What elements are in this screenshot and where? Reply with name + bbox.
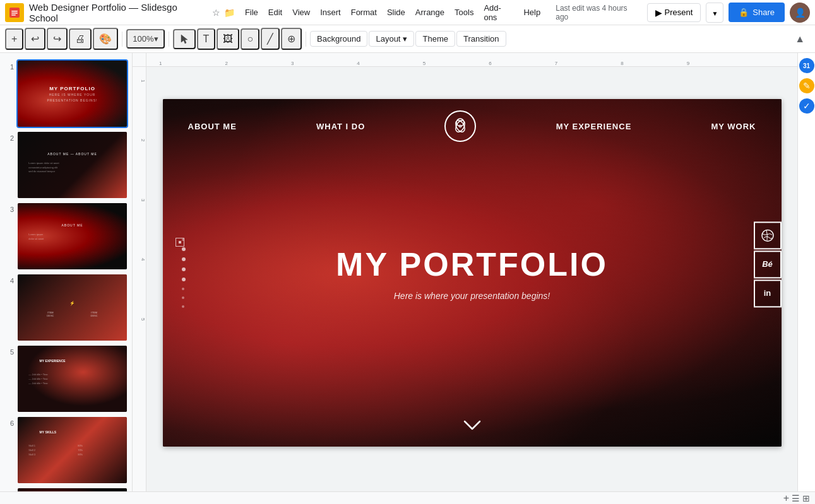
main-area: 1 MY PORTFOLIOHere is where your present… bbox=[0, 53, 815, 491]
svg-point-9 bbox=[762, 230, 773, 241]
bottom-bar: + ☰ ⊞ bbox=[0, 491, 815, 504]
toolbar-paint[interactable]: 🎨 bbox=[93, 28, 118, 50]
toolbar-add-more[interactable]: ⊕ bbox=[281, 28, 302, 50]
toolbar-shape[interactable]: ○ bbox=[241, 28, 259, 50]
slide-nav-bar: ABOUT ME WHAT I DO bbox=[163, 99, 782, 153]
avatar: 👤 bbox=[790, 3, 810, 23]
menu-bar: File Edit View Insert Format Slide Arran… bbox=[240, 2, 545, 23]
slide-canvas: ABOUT ME WHAT I DO bbox=[146, 67, 797, 479]
header-right: ▶ Present ▼ 🔒 Share 👤 bbox=[647, 3, 810, 23]
ruler-left: 1 2 3 4 5 bbox=[133, 67, 146, 491]
toolbar-zoom[interactable]: 100% ▾ bbox=[126, 29, 164, 49]
dot-7 bbox=[182, 296, 184, 299]
layout-chevron-icon: ▾ bbox=[403, 34, 407, 44]
toolbar-text[interactable]: T bbox=[197, 28, 216, 50]
toolbar-new-slide[interactable]: + bbox=[5, 28, 23, 50]
share-lock-icon: 🔒 bbox=[739, 8, 749, 17]
slide-thumb-wrap-7: MY PORTFOLIO bbox=[18, 488, 127, 491]
slide-number-7: 7 bbox=[5, 488, 14, 491]
toolbar-print[interactable]: 🖨 bbox=[69, 28, 92, 50]
list-view-icon[interactable]: ☰ bbox=[792, 493, 800, 503]
menu-slide[interactable]: Slide bbox=[382, 6, 410, 18]
slide-item-4[interactable]: 4 ⚡ ITEMDESC ITEMDESC bbox=[0, 272, 132, 343]
logo-circle bbox=[444, 110, 476, 142]
slide-item-2[interactable]: 2 ABOUT ME — ABOUT ME Lorem ipsum dolor … bbox=[0, 129, 132, 201]
slide-chevron-down[interactable] bbox=[463, 418, 481, 434]
calendar-icon[interactable]: 31 bbox=[799, 58, 814, 73]
nav-my-work[interactable]: MY WORK bbox=[711, 122, 756, 131]
portfolio-title: MY PORTFOLIO bbox=[336, 245, 608, 283]
slide-item-7[interactable]: 7 MY PORTFOLIO bbox=[0, 486, 132, 491]
menu-help[interactable]: Help bbox=[518, 6, 545, 18]
slide-thumb-wrap-3: ABOUT ME Lorem ipsumdolor sit amet bbox=[18, 203, 127, 269]
slide-left-dots bbox=[182, 238, 186, 308]
collapse-toolbar-button[interactable]: ▲ bbox=[790, 30, 810, 49]
present-button[interactable]: ▶ Present bbox=[647, 3, 701, 22]
grid-view-icon[interactable]: ⊞ bbox=[802, 493, 810, 503]
menu-view[interactable]: View bbox=[287, 6, 315, 18]
folder-icon[interactable]: 📁 bbox=[224, 8, 235, 18]
present-dropdown[interactable]: ▼ bbox=[706, 3, 723, 23]
nav-what-i-do[interactable]: WHAT I DO bbox=[316, 122, 365, 131]
add-slide-icon[interactable]: + bbox=[783, 493, 789, 504]
slide-number-2: 2 bbox=[5, 132, 14, 142]
slide-main[interactable]: ABOUT ME WHAT I DO bbox=[163, 99, 782, 447]
toolbar-cursor[interactable] bbox=[173, 29, 196, 49]
nav-my-experience[interactable]: MY EXPERIENCE bbox=[556, 122, 632, 131]
toolbar-sep-3 bbox=[306, 32, 306, 47]
slide-panel: 1 MY PORTFOLIOHere is where your present… bbox=[0, 53, 133, 491]
slide-item-6[interactable]: 6 MY SKILLS Skill 1Skill 2Skill 3 80%70%… bbox=[0, 414, 132, 486]
menu-format[interactable]: Format bbox=[346, 6, 382, 18]
svg-rect-2 bbox=[11, 11, 18, 12]
menu-tools[interactable]: Tools bbox=[449, 6, 479, 18]
canvas-area: 1 2 3 4 5 6 7 8 9 1 2 3 4 5 bbox=[133, 53, 797, 491]
right-sidebar: 31 ✎ ✓ bbox=[797, 53, 815, 491]
svg-rect-3 bbox=[11, 13, 18, 14]
menu-edit[interactable]: Edit bbox=[263, 6, 287, 18]
slide-number-6: 6 bbox=[5, 417, 14, 427]
menu-addons[interactable]: Add-ons bbox=[479, 2, 518, 23]
toolbar-redo[interactable]: ↪ bbox=[47, 28, 68, 50]
slide-thumb-wrap-6: MY SKILLS Skill 1Skill 2Skill 3 80%70%90… bbox=[18, 417, 127, 483]
social-behance-btn[interactable]: Bé bbox=[754, 250, 782, 278]
toolbar-line[interactable]: ╱ bbox=[261, 28, 280, 50]
notes-icon[interactable]: ✎ bbox=[799, 78, 814, 93]
last-edit-label: Last edit was 4 hours ago bbox=[556, 4, 641, 21]
dot-4 bbox=[182, 267, 186, 271]
slide-item-1[interactable]: 1 MY PORTFOLIOHere is where your present… bbox=[0, 58, 132, 129]
slide-item-3[interactable]: 3 ABOUT ME Lorem ipsumdolor sit amet bbox=[0, 201, 132, 272]
dot-5 bbox=[182, 278, 186, 281]
menu-arrange[interactable]: Arrange bbox=[410, 6, 449, 18]
doc-title[interactable]: Web Designer Portfolio — Slidesgo School bbox=[29, 2, 208, 23]
dot-6 bbox=[182, 288, 184, 290]
nav-about-me[interactable]: ABOUT ME bbox=[188, 122, 237, 131]
toolbar-sep-2 bbox=[169, 32, 169, 47]
share-button[interactable]: 🔒 Share bbox=[729, 3, 785, 22]
social-linkedin-btn[interactable]: in bbox=[754, 279, 782, 307]
slide-number-3: 3 bbox=[5, 203, 14, 213]
theme-button[interactable]: Theme bbox=[415, 31, 455, 47]
ruler-top: 1 2 3 4 5 6 7 8 9 bbox=[146, 53, 797, 67]
menu-file[interactable]: File bbox=[240, 6, 263, 18]
background-button[interactable]: Background bbox=[310, 31, 367, 47]
ruler-corner bbox=[133, 53, 146, 67]
social-dribbble-btn[interactable] bbox=[754, 221, 782, 249]
layout-button[interactable]: Layout ▾ bbox=[369, 31, 414, 47]
slide-thumb-wrap-1: MY PORTFOLIOHere is where your presentat… bbox=[18, 61, 127, 127]
tasks-icon[interactable]: ✓ bbox=[799, 98, 814, 114]
toolbar-undo[interactable]: ↩ bbox=[25, 28, 45, 50]
slide-number-4: 4 bbox=[5, 274, 14, 284]
menu-insert[interactable]: Insert bbox=[315, 6, 346, 18]
portfolio-subtitle: Here is where your presentation begins! bbox=[336, 291, 608, 301]
svg-rect-4 bbox=[11, 15, 16, 16]
top-bar: Web Designer Portfolio — Slidesgo School… bbox=[0, 0, 815, 25]
slide-thumb-wrap-5: MY EXPERIENCE — Job title • Year— Job ti… bbox=[18, 346, 127, 412]
toolbar: + ↩ ↪ 🖨 🎨 100% ▾ T 🖼 ○ ╱ ⊕ Background La… bbox=[0, 25, 815, 53]
dot-8 bbox=[182, 305, 184, 308]
slide-item-5[interactable]: 5 MY EXPERIENCE — Job title • Year— Job … bbox=[0, 343, 132, 414]
toolbar-image[interactable]: 🖼 bbox=[217, 28, 239, 50]
slide-small-box-inner bbox=[179, 241, 181, 243]
star-icon[interactable]: ☆ bbox=[212, 8, 220, 18]
slide-number-1: 1 bbox=[5, 61, 14, 71]
transition-button[interactable]: Transition bbox=[456, 31, 506, 47]
